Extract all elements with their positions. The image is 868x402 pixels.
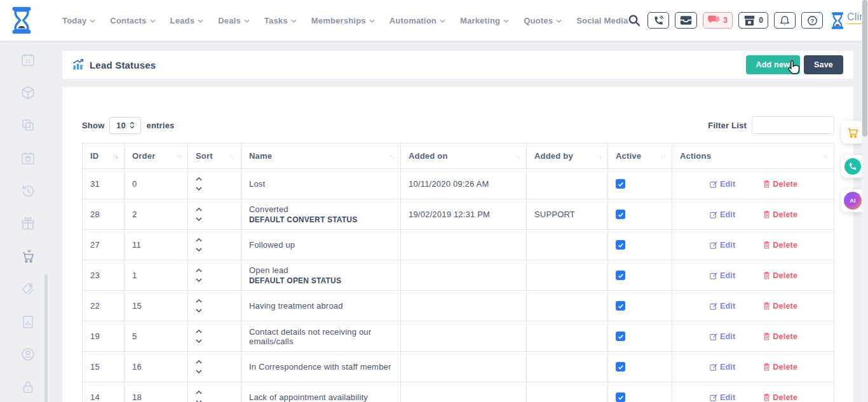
sidebar-item-calendar[interactable]: 12 [20, 51, 36, 68]
sidebar-item-history[interactable] [20, 182, 36, 199]
sidebar-item-duplicates[interactable] [20, 117, 36, 133]
chevron-down-icon [90, 19, 95, 23]
move-up-icon[interactable] [196, 299, 202, 303]
edit-link[interactable]: Edit [710, 180, 735, 189]
edit-link[interactable]: Edit [710, 363, 735, 372]
move-up-icon[interactable] [196, 208, 202, 211]
bell-icon [780, 15, 790, 26]
edit-link[interactable]: Edit [710, 332, 735, 341]
sidebar-item-reports[interactable] [20, 314, 36, 330]
cell-actions: Edit Delete [672, 291, 834, 321]
app-logo[interactable] [11, 7, 32, 34]
menu-item-deals[interactable]: Deals [218, 16, 250, 25]
column-header-added-on[interactable]: Added on ↑↓ [401, 144, 527, 169]
sort-arrows-icon: ↑↓ [113, 153, 118, 159]
content-card: Show 10 entries Filter List ID ↑↓ Order … [63, 87, 853, 402]
ai-widget-button[interactable]: AI [841, 189, 864, 212]
edit-link[interactable]: Edit [710, 393, 735, 402]
column-header-order[interactable]: Order ↑↓ [125, 144, 188, 169]
move-down-icon[interactable] [196, 370, 202, 373]
menu-item-tasks[interactable]: Tasks [264, 16, 297, 25]
active-checkbox[interactable] [616, 392, 625, 402]
move-down-icon[interactable] [196, 248, 202, 251]
search-icon [628, 14, 641, 27]
edit-link[interactable]: Edit [710, 271, 735, 280]
active-checkbox[interactable] [616, 332, 625, 341]
move-down-icon[interactable] [196, 217, 202, 221]
search-button[interactable] [628, 14, 641, 27]
sidebar-item-gifts[interactable] [20, 215, 36, 232]
edit-link[interactable]: Edit [710, 241, 735, 250]
store-button[interactable]: 0 [738, 12, 768, 29]
delete-link[interactable]: Delete [763, 363, 797, 372]
menu-item-label: Quotes [524, 16, 553, 25]
move-down-icon[interactable] [196, 278, 202, 282]
active-checkbox[interactable] [616, 362, 625, 372]
active-checkbox[interactable] [616, 240, 625, 250]
delete-link[interactable]: Delete [763, 393, 797, 402]
edit-icon [710, 272, 717, 279]
active-checkbox[interactable] [616, 179, 625, 189]
cart-orange-icon [846, 125, 860, 139]
sidebar-item-shop[interactable] [20, 248, 36, 265]
menu-item-marketing[interactable]: Marketing [460, 16, 509, 25]
move-down-icon[interactable] [196, 309, 202, 312]
menu-item-quotes[interactable]: Quotes [524, 16, 562, 25]
chat-button[interactable]: 3 [703, 12, 733, 29]
delete-link[interactable]: Delete [763, 302, 797, 311]
move-up-icon[interactable] [196, 330, 202, 333]
inbox-button[interactable] [675, 12, 697, 29]
status-name: Having treatment abroad [249, 301, 394, 311]
column-header-name[interactable]: Name ↑↓ [241, 144, 401, 169]
phone-widget-button[interactable] [841, 155, 864, 178]
save-button[interactable]: Save [804, 55, 843, 74]
column-header-active[interactable]: Active ↑↓ [608, 144, 672, 169]
move-up-icon[interactable] [196, 360, 202, 364]
active-checkbox[interactable] [616, 271, 625, 280]
column-header-sort[interactable]: Sort ↑↓ [188, 144, 241, 169]
move-down-icon[interactable] [196, 339, 202, 343]
sidebar-scrollbar[interactable] [44, 274, 48, 402]
delete-link[interactable]: Delete [763, 180, 797, 189]
move-down-icon[interactable] [196, 187, 202, 191]
move-up-icon[interactable] [196, 269, 202, 272]
menu-item-leads[interactable]: Leads [170, 16, 204, 25]
delete-link[interactable]: Delete [763, 271, 797, 280]
menu-item-contacts[interactable]: Contacts [110, 16, 155, 25]
sidebar-item-packages[interactable] [20, 84, 36, 101]
move-up-icon[interactable] [196, 177, 202, 181]
cell-sort [188, 291, 241, 321]
menu-item-memberships[interactable]: Memberships [311, 16, 375, 25]
column-header-actions[interactable]: Actions ↑↓ [672, 144, 834, 169]
menu-item-today[interactable]: Today [62, 16, 95, 25]
delete-link[interactable]: Delete [763, 241, 797, 250]
active-checkbox[interactable] [616, 301, 625, 311]
page-size-select[interactable]: 10 [109, 117, 141, 134]
status-subname: DEFAULT CONVERT STATUS [249, 215, 394, 224]
page-scrollbar-thumb[interactable] [862, 0, 867, 137]
edit-link[interactable]: Edit [710, 210, 735, 219]
menu-item-automation[interactable]: Automation [390, 16, 445, 25]
add-new-button[interactable]: Add new [746, 55, 800, 74]
delete-link[interactable]: Delete [763, 210, 797, 219]
menu-item-social-media[interactable]: Social Media [576, 16, 628, 25]
edit-link[interactable]: Edit [710, 302, 735, 311]
help-button[interactable]: ? [801, 12, 823, 29]
cart-widget-button[interactable] [841, 121, 864, 144]
filter-input[interactable] [752, 116, 834, 134]
sidebar-item-tags[interactable] [20, 281, 36, 297]
column-header-added-by[interactable]: Added by ↑↓ [527, 144, 608, 169]
column-header-id[interactable]: ID ↑↓ [83, 144, 125, 169]
delete-link[interactable]: Delete [763, 332, 797, 341]
move-up-icon[interactable] [196, 391, 202, 394]
notifications-button[interactable] [774, 12, 796, 29]
sidebar-item-bookings[interactable] [20, 150, 36, 166]
phone-button[interactable] [648, 12, 669, 29]
page-scrollbar[interactable] [862, 0, 868, 402]
active-checkbox[interactable] [616, 210, 625, 219]
entries-label: entries [146, 121, 174, 130]
sidebar-item-security[interactable] [20, 379, 36, 396]
sidebar-item-staff[interactable] [20, 346, 36, 363]
page-size-value: 10 [116, 121, 126, 130]
move-up-icon[interactable] [196, 238, 202, 242]
